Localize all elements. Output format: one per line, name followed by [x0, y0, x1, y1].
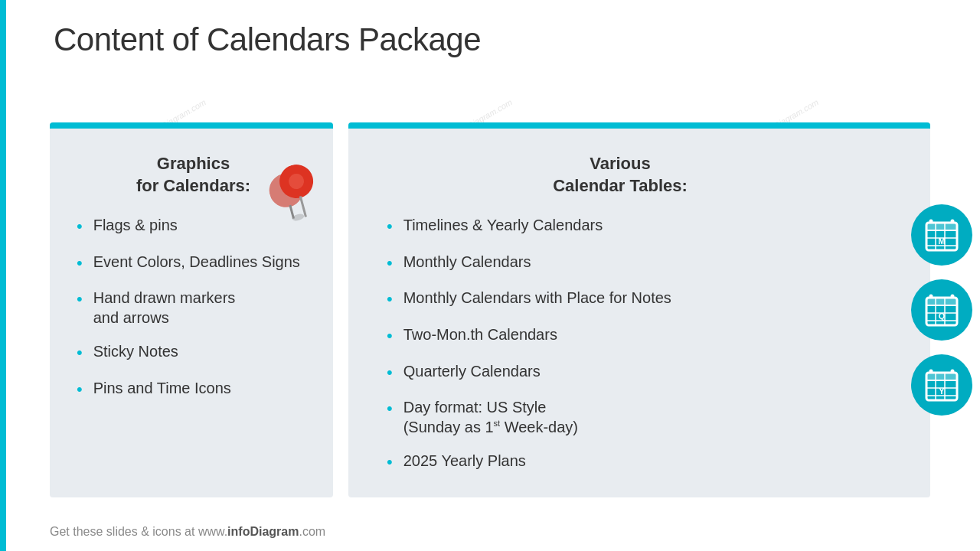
- quarterly-calendar-icon: Q: [911, 279, 972, 341]
- svg-text:Q: Q: [939, 311, 946, 321]
- list-item: • Event Colors, Deadlines Signs: [77, 252, 310, 275]
- bullet-dot: •: [77, 289, 83, 311]
- svg-point-33: [929, 370, 933, 373]
- bullet-dot: •: [77, 342, 83, 364]
- svg-text:M: M: [938, 236, 945, 246]
- left-bullet-list: • Flags & pins • Event Colors, Deadlines…: [77, 215, 310, 400]
- list-item: • Sticky Notes: [77, 341, 310, 364]
- svg-rect-27: [926, 373, 957, 380]
- left-panel: Graphics for Calendars: • Flags & pins: [50, 122, 333, 497]
- bullet-dot: •: [387, 216, 393, 238]
- svg-point-34: [951, 370, 955, 373]
- list-item: • Monthly Calendars: [387, 252, 854, 275]
- svg-line-5: [300, 196, 305, 217]
- svg-point-23: [929, 295, 933, 298]
- list-item: • Quarterly Calendars: [387, 361, 854, 384]
- svg-line-2: [290, 205, 294, 218]
- svg-rect-7: [926, 223, 957, 230]
- bullet-dot: •: [77, 253, 83, 275]
- right-panel: Various Calendar Tables: • Timelines & Y…: [348, 122, 930, 497]
- svg-point-14: [951, 220, 955, 223]
- bullet-dot: •: [387, 452, 393, 474]
- bullet-dot: •: [77, 216, 83, 238]
- right-panel-top-bar: [348, 122, 930, 129]
- page-title: Content of Calendars Package: [54, 21, 481, 58]
- svg-point-24: [951, 295, 955, 298]
- bullet-dot: •: [387, 253, 393, 275]
- list-item: • Flags & pins: [77, 215, 310, 238]
- content-area: Graphics for Calendars: • Flags & pins: [50, 122, 930, 497]
- bullet-dot: •: [77, 379, 83, 401]
- bullet-dot: •: [387, 362, 393, 384]
- bullet-dot: •: [387, 398, 393, 420]
- list-item: • Pins and Time Icons: [77, 378, 310, 401]
- yearly-calendar-icon: Y: [911, 354, 972, 416]
- list-item: • Timelines & Yearly Calendars: [387, 215, 854, 238]
- monthly-icon-svg: M: [923, 217, 960, 253]
- left-panel-top-bar: [50, 122, 333, 129]
- list-item: • Hand drawn markersand arrows: [77, 288, 310, 328]
- list-item: • 2025 Yearly Plans: [387, 451, 854, 474]
- list-item: • Two-Mon.th Calendars: [387, 324, 854, 347]
- svg-point-13: [929, 220, 933, 223]
- list-item: • Day format: US Style(Sunday as 1st Wee…: [387, 397, 854, 437]
- monthly-calendar-icon: M: [911, 204, 972, 266]
- svg-text:Y: Y: [939, 386, 945, 396]
- bullet-dot: •: [387, 325, 393, 347]
- quarterly-icon-svg: Q: [923, 292, 960, 328]
- right-bullet-list: • Timelines & Yearly Calendars • Monthly…: [387, 215, 854, 474]
- footer: Get these slides & icons at www.infoDiag…: [50, 525, 325, 539]
- left-accent-bar: [0, 0, 6, 551]
- right-panel-title: Various Calendar Tables:: [387, 153, 854, 197]
- calendar-icons-group: M Q: [911, 204, 972, 416]
- list-item: • Monthly Calendars with Place for Notes: [387, 288, 854, 311]
- bullet-dot: •: [387, 289, 393, 311]
- yearly-icon-svg: Y: [923, 367, 960, 403]
- svg-rect-17: [926, 298, 957, 305]
